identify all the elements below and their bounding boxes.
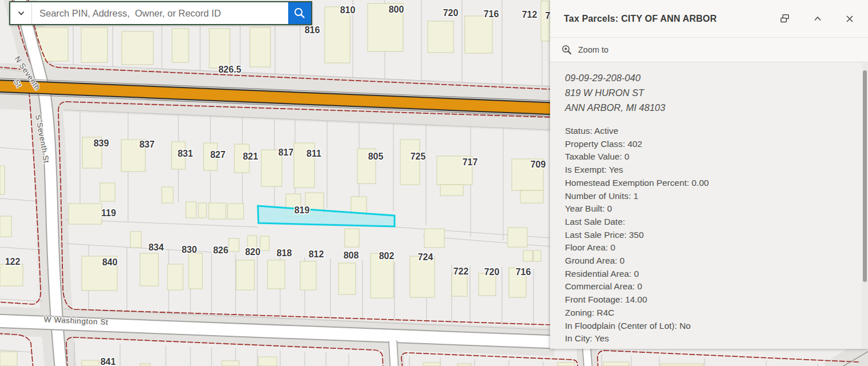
parcel-label: 820	[245, 247, 261, 257]
parcel-address-block: 09-09-29-208-040819 W HURON STANN ARBOR,…	[565, 70, 851, 115]
parcel-label: 720	[484, 267, 500, 277]
parcel-label: 725	[411, 152, 426, 161]
parcel-label: 839	[94, 138, 109, 148]
parcel-label: 834	[149, 242, 164, 252]
attribute-row: In Floodplain (Center of Lot): No	[565, 320, 851, 333]
address-line: 819 W HURON ST	[565, 85, 851, 100]
scrollbar-thumb[interactable]	[863, 70, 867, 282]
attribute-row: Taxable Value: 0	[565, 150, 851, 164]
parcel-label: 817	[278, 148, 294, 157]
zoom-to-label: Zoom to	[578, 45, 608, 54]
attribute-row: In City: Yes	[565, 332, 851, 345]
popup-content: 09-09-29-208-040819 W HURON STANN ARBOR,…	[550, 62, 868, 345]
attribute-row: Floor Area: 0	[565, 241, 851, 254]
search-button[interactable]	[288, 2, 311, 24]
parcel-label: 717	[463, 157, 478, 167]
attribute-row: Status: Active	[565, 125, 851, 138]
parcel-label: 805	[368, 152, 384, 161]
attribute-row: Year Built: 0	[565, 202, 851, 216]
parcel-label: 811	[306, 149, 321, 158]
panel-title: Tax Parcels: CITY OF ANN ARBOR	[564, 14, 778, 24]
address-line: 09-09-29-208-040	[565, 70, 851, 85]
close-button[interactable]	[844, 13, 855, 25]
parcel-label: 826.5	[218, 65, 241, 74]
parcel-label: 122	[5, 257, 21, 266]
dock-button[interactable]	[778, 12, 791, 25]
attribute-row: Ground Area: 0	[565, 254, 851, 268]
attribute-row: Property Class: 402	[565, 138, 851, 151]
parcel-label: 712	[522, 10, 537, 19]
attribute-row: Homestead Exemption Percent: 0.00	[565, 177, 851, 190]
parcel-label: 816	[305, 25, 320, 35]
parcel-label: 716	[516, 267, 531, 277]
parcel-label: 841	[101, 357, 116, 366]
zoom-in-icon	[562, 45, 572, 55]
chevron-down-icon	[16, 8, 26, 18]
close-icon	[845, 14, 854, 23]
dock-icon	[779, 13, 790, 24]
header-actions	[778, 12, 858, 25]
parcel-attributes: Status: ActiveProperty Class: 402Taxable…	[565, 125, 851, 345]
search-input[interactable]	[32, 2, 288, 24]
attribute-row: Commercial Area: 0	[565, 280, 851, 293]
parcel-label: 720	[443, 8, 459, 18]
zoom-to-button[interactable]: Zoom to	[562, 45, 608, 55]
scrollbar[interactable]	[862, 63, 868, 349]
parcel-label: 812	[309, 249, 324, 259]
parcel-label: 827	[210, 150, 226, 160]
parcel-label: 819	[294, 205, 310, 215]
parcel-label: 830	[182, 245, 197, 254]
parcel-label: 724	[418, 252, 433, 262]
search-widget	[9, 1, 312, 25]
collapse-button[interactable]	[812, 13, 823, 25]
address-line: ANN ARBOR, MI 48103	[565, 100, 851, 115]
parcel-label: 821	[243, 152, 258, 161]
attribute-row: Last Sale Price: 350	[565, 229, 851, 242]
attribute-row: Number of Units: 1	[565, 190, 851, 203]
parcel-label: 818	[277, 248, 292, 258]
selected-parcel[interactable]	[258, 206, 395, 226]
parcel-label: 808	[344, 250, 359, 260]
parcel-label: 840	[102, 257, 118, 267]
attribute-row: Residential Area: 0	[565, 268, 851, 281]
attribute-row: Front Footage: 14.00	[565, 293, 851, 307]
popup-action-bar: Zoom to	[550, 38, 868, 62]
parcel-label: 722	[453, 266, 469, 276]
popup-header: Tax Parcels: CITY OF ANN ARBOR	[550, 0, 868, 38]
parcel-label: 800	[389, 5, 404, 14]
parcel-label: 709	[531, 160, 546, 169]
parcel-label: 810	[340, 5, 356, 15]
parcel-label: 119	[101, 208, 116, 218]
parcel-label: 837	[140, 140, 155, 149]
attribute-row: Is Exempt: Yes	[565, 164, 851, 177]
search-icon	[293, 7, 306, 19]
parcel-label: 716	[484, 9, 499, 19]
popup-panel: Tax Parcels: CITY OF ANN ARBOR	[550, 0, 868, 349]
app-window: 8108007207167127816826.58398378318278218…	[0, 0, 868, 366]
attribute-row: Last Sale Date:	[565, 216, 851, 229]
chevron-up-icon	[813, 14, 822, 23]
search-sources-dropdown[interactable]	[10, 2, 32, 24]
parcel-label: 826	[213, 245, 229, 255]
parcel-label: 831	[178, 149, 193, 158]
parcel-label: 802	[379, 251, 395, 261]
attribute-row: Zoning: R4C	[565, 307, 851, 320]
